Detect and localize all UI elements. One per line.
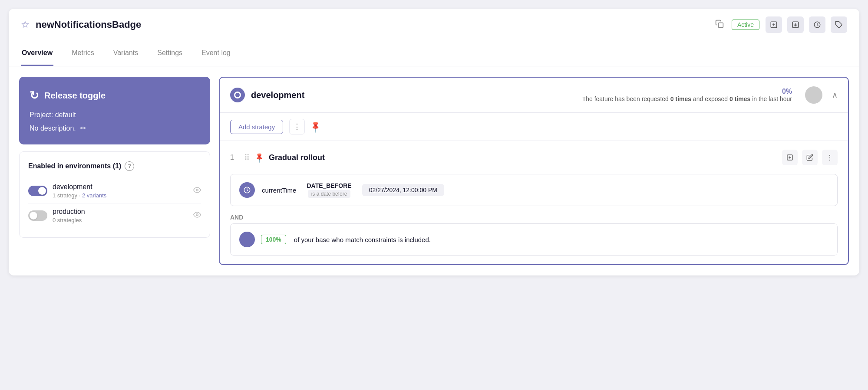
variants-link[interactable]: 2 variants	[82, 192, 106, 199]
environment-icon	[230, 88, 245, 102]
history-button[interactable]	[809, 16, 825, 33]
tab-settings[interactable]: Settings	[156, 41, 183, 66]
env-info-production: production 0 strategies	[53, 208, 185, 223]
toggle-production[interactable]	[28, 210, 47, 221]
constraint-card: currentTime DATE_BEFORE is a date before…	[230, 174, 838, 206]
strategy-edit-button[interactable]	[802, 150, 818, 165]
env-item-production: production 0 strategies	[28, 203, 201, 228]
copy-icon[interactable]	[713, 18, 726, 32]
tag-button[interactable]	[831, 16, 847, 33]
constraint-operator-label: is a date before	[308, 190, 351, 198]
constraint-operator: DATE_BEFORE	[307, 182, 351, 189]
strategy-block: 1 ⠿ 📌 Gradual rollout ⋮	[220, 141, 848, 264]
header: ☆ newNotificationsBadge Active	[9, 9, 859, 41]
eye-icon-development[interactable]	[193, 186, 201, 196]
environments-title-text: Enabled in environments (1)	[28, 162, 121, 170]
tabs-bar: Overview Metrics Variants Settings Event…	[9, 41, 859, 66]
right-panel: development 0% The feature has been requ…	[219, 77, 849, 265]
environments-card: Enabled in environments (1) ? developmen…	[19, 151, 210, 238]
env-details-development: 1 strategy · 2 variants	[53, 192, 185, 199]
env-stats-text: The feature has been requested 0 times a…	[582, 95, 792, 102]
strategy-pin-icon: 📌	[253, 151, 265, 164]
help-icon[interactable]: ?	[125, 161, 134, 171]
strategy-header: 1 ⠿ 📌 Gradual rollout ⋮	[230, 150, 838, 165]
env-header-stats: 0% The feature has been requested 0 time…	[582, 88, 792, 102]
chevron-up-icon[interactable]: ∧	[832, 90, 838, 100]
release-toggle-description-text: No description.	[30, 125, 76, 132]
content-area: ↻ Release toggle Project: default No des…	[9, 66, 859, 275]
env-name-development: development	[53, 183, 185, 191]
refresh-icon: ↻	[30, 89, 39, 102]
constraint-operator-box: DATE_BEFORE is a date before	[307, 182, 351, 198]
strategy-more-button[interactable]: ⋮	[822, 150, 838, 165]
environments-title: Enabled in environments (1) ?	[28, 161, 201, 171]
add-strategy-button[interactable]: Add strategy	[230, 120, 283, 134]
eye-icon-production[interactable]	[193, 211, 201, 221]
constraint-value: 02/27/2024, 12:00:00 PM	[362, 184, 444, 196]
constraint-field: currentTime	[262, 187, 296, 194]
strategy-number: 1	[230, 154, 239, 161]
rollout-circle-icon	[239, 232, 255, 247]
svg-point-9	[196, 213, 198, 216]
tab-event-log[interactable]: Event log	[201, 41, 231, 66]
tab-variants[interactable]: Variants	[112, 41, 139, 66]
main-container: ☆ newNotificationsBadge Active Overview …	[9, 9, 859, 275]
env-info-development: development 1 strategy · 2 variants	[53, 183, 185, 199]
release-toggle-title: Release toggle	[44, 91, 106, 101]
env-name-production: production	[53, 208, 185, 216]
env-details-production: 0 strategies	[53, 217, 185, 223]
env-icon-inner	[234, 92, 241, 98]
rollout-text: of your base who match constraints is in…	[294, 236, 431, 243]
constraint-icon	[239, 182, 255, 198]
feature-title: newNotificationsBadge	[36, 19, 707, 30]
environment-header-name: development	[251, 90, 576, 100]
download-button[interactable]	[787, 16, 804, 33]
edit-icon[interactable]: ✏	[80, 124, 86, 132]
drag-handle-icon[interactable]: ⠿	[244, 153, 250, 162]
release-toggle-desc: No description. ✏	[30, 124, 200, 132]
environment-header: development 0% The feature has been requ…	[220, 78, 848, 113]
env-item-development: development 1 strategy · 2 variants	[28, 179, 201, 203]
avatar	[805, 86, 822, 104]
tab-overview[interactable]: Overview	[21, 41, 53, 66]
svg-rect-0	[718, 23, 723, 27]
svg-point-8	[196, 189, 198, 191]
left-panel: ↻ Release toggle Project: default No des…	[19, 77, 210, 265]
star-icon[interactable]: ☆	[21, 19, 30, 30]
strategy-name: Gradual rollout	[269, 153, 777, 162]
strategy-add-button[interactable]	[782, 150, 798, 165]
header-actions	[766, 16, 847, 33]
release-toggle-project: Project: default	[30, 111, 200, 119]
tab-metrics[interactable]: Metrics	[71, 41, 95, 66]
env-header-percent: 0%	[582, 88, 792, 95]
strategy-actions: ⋮	[782, 150, 838, 165]
add-button[interactable]	[766, 16, 782, 33]
strategy-bar: Add strategy ⋮ 📌	[220, 113, 848, 141]
rollout-card: 100% of your base who match constraints …	[230, 223, 838, 256]
status-badge: Active	[732, 20, 759, 30]
release-toggle-card: ↻ Release toggle Project: default No des…	[19, 77, 210, 144]
and-label: AND	[230, 211, 838, 223]
pin-icon: 📌	[309, 120, 323, 133]
release-toggle-header: ↻ Release toggle	[30, 89, 200, 102]
toggle-development[interactable]	[28, 186, 47, 196]
rollout-percent-badge: 100%	[261, 235, 286, 244]
more-options-button[interactable]: ⋮	[289, 119, 305, 134]
